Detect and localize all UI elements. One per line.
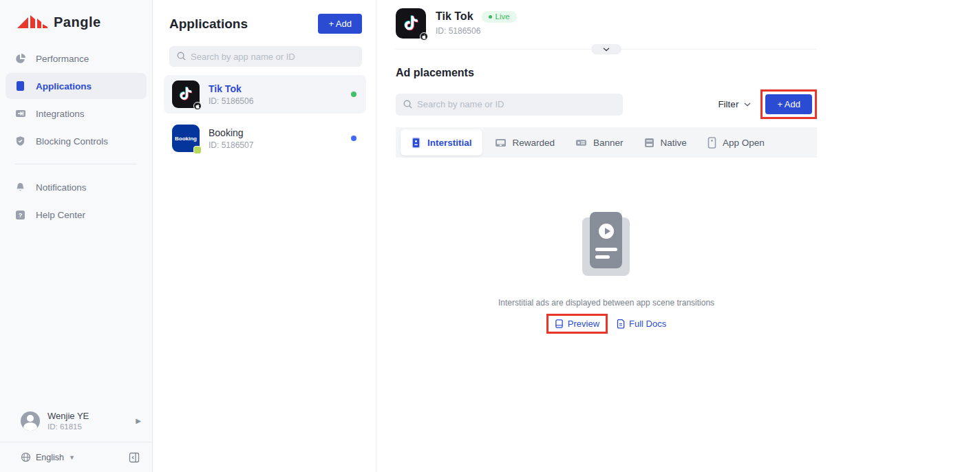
app-list-item-booking[interactable]: Booking Booking ID: 5186507 <box>164 119 366 158</box>
sidebar-item-help-center[interactable]: ? Help Center <box>6 202 147 228</box>
sidebar-item-applications[interactable]: Applications <box>6 73 147 99</box>
app-list: Tik Tok ID: 5186506 Booking Booking ID: … <box>164 75 366 158</box>
native-icon <box>644 138 654 148</box>
sidebar-item-integrations[interactable]: Integrations <box>6 100 147 127</box>
app-name: Tik Tok <box>209 83 253 94</box>
sidebar-item-label: Applications <box>36 81 92 92</box>
empty-state-caption: Interstitial ads are displayed between a… <box>498 298 714 308</box>
collapse-header-button[interactable] <box>591 44 621 54</box>
tab-interstitial[interactable]: Interstitial <box>401 129 482 155</box>
chevron-down-icon <box>744 103 751 107</box>
section-title: Ad placements <box>396 67 817 79</box>
sidebar: Pangle Performance Applications Integrat… <box>0 0 153 472</box>
pie-chart-icon <box>14 53 26 65</box>
placement-search-input[interactable] <box>396 94 623 116</box>
sidebar-item-notifications[interactable]: Notifications <box>6 174 147 200</box>
app-header-id: ID: 5186506 <box>436 26 517 36</box>
booking-app-icon: Booking <box>172 125 200 152</box>
language-selector[interactable]: English ▼ <box>21 452 75 462</box>
applications-panel-title: Applications <box>169 17 248 32</box>
chevron-down-icon: ▼ <box>69 454 75 461</box>
app-search-input[interactable] <box>169 46 362 67</box>
sidebar-item-label: Notifications <box>36 182 87 193</box>
search-icon <box>403 99 413 109</box>
add-placement-button[interactable]: + Add <box>765 94 812 114</box>
app-header: Tik Tok Live ID: 5186506 <box>396 8 817 39</box>
annotation-box-add: + Add <box>760 89 817 119</box>
header-divider <box>396 49 817 50</box>
search-icon <box>176 51 187 61</box>
sidebar-divider <box>15 164 137 164</box>
empty-state: Interstitial ads are displayed between a… <box>396 212 817 334</box>
placement-type-tabs: Interstitial Rewarded Banner Native App … <box>396 127 817 158</box>
live-status-badge: Live <box>482 11 517 23</box>
interstitial-icon <box>411 137 421 149</box>
chevron-right-icon: ▶ <box>136 417 141 425</box>
tiktok-app-icon-large <box>396 8 426 39</box>
status-dot-green <box>351 92 356 97</box>
chevron-down-icon <box>603 47 610 52</box>
pangle-dashboard: Pangle Performance Applications Integrat… <box>0 0 980 472</box>
sidebar-item-label: Blocking Controls <box>36 136 108 147</box>
app-title: Tik Tok <box>436 10 473 23</box>
play-icon <box>599 224 614 239</box>
document-icon <box>617 319 625 329</box>
live-dot-icon <box>489 15 492 19</box>
tab-rewarded[interactable]: Rewarded <box>484 127 566 158</box>
app-id: ID: 5186507 <box>209 140 253 150</box>
sidebar-item-blocking-controls[interactable]: Blocking Controls <box>6 128 147 154</box>
applications-panel: Applications + Add <box>153 0 376 472</box>
pangle-logo-icon <box>17 12 48 32</box>
sidebar-item-label: Performance <box>36 54 89 64</box>
user-name: Wenjie YE <box>47 411 89 421</box>
full-docs-link[interactable]: Full Docs <box>617 319 666 329</box>
banner-icon <box>575 138 587 148</box>
sidebar-footer: English ▼ <box>0 442 152 472</box>
globe-icon <box>21 452 31 462</box>
brand-name: Pangle <box>54 14 101 30</box>
filter-label: Filter <box>718 99 738 109</box>
bell-icon <box>14 182 26 193</box>
avatar <box>21 411 40 431</box>
interstitial-illustration <box>582 212 630 276</box>
main-content: Tik Tok Live ID: 5186506 Ad placements <box>376 0 980 472</box>
app-list-item-tiktok[interactable]: Tik Tok ID: 5186506 <box>164 75 366 114</box>
user-account[interactable]: Wenjie YE ID: 61815 ▶ <box>0 401 152 442</box>
user-id: ID: 61815 <box>47 422 89 431</box>
sidebar-item-label: Help Center <box>36 210 85 220</box>
rewarded-icon <box>495 138 507 148</box>
sidebar-item-label: Integrations <box>36 109 85 119</box>
applications-icon <box>14 81 26 92</box>
sidebar-nav: Performance Applications Integrations Bl… <box>0 45 152 229</box>
booking-icon-label: Booking <box>175 136 197 142</box>
preview-link[interactable]: Preview <box>555 319 599 329</box>
integration-icon <box>14 108 26 120</box>
help-icon: ? <box>14 209 26 221</box>
language-label: English <box>36 453 64 462</box>
tab-app-open[interactable]: App Open <box>697 127 775 158</box>
tiktok-app-icon <box>172 81 200 108</box>
ios-platform-badge <box>420 32 428 41</box>
android-platform-badge <box>193 146 202 154</box>
tab-banner[interactable]: Banner <box>565 127 634 158</box>
app-id: ID: 5186506 <box>209 96 253 106</box>
tab-native[interactable]: Native <box>634 127 697 158</box>
ios-platform-badge <box>193 102 202 110</box>
shield-check-icon <box>14 136 26 147</box>
status-dot-blue <box>351 136 356 141</box>
app-open-icon <box>707 137 716 149</box>
brand-logo: Pangle <box>0 0 152 45</box>
add-application-button[interactable]: + Add <box>318 14 362 34</box>
sidebar-item-performance[interactable]: Performance <box>6 45 147 72</box>
filter-dropdown[interactable]: Filter <box>718 99 751 109</box>
annotation-box-preview: Preview <box>546 314 608 334</box>
preview-icon <box>555 319 564 328</box>
collapse-sidebar-icon[interactable] <box>129 452 140 463</box>
app-name: Booking <box>209 127 253 138</box>
placements-toolbar: Filter + Add <box>396 89 817 119</box>
svg-text:?: ? <box>19 212 23 219</box>
